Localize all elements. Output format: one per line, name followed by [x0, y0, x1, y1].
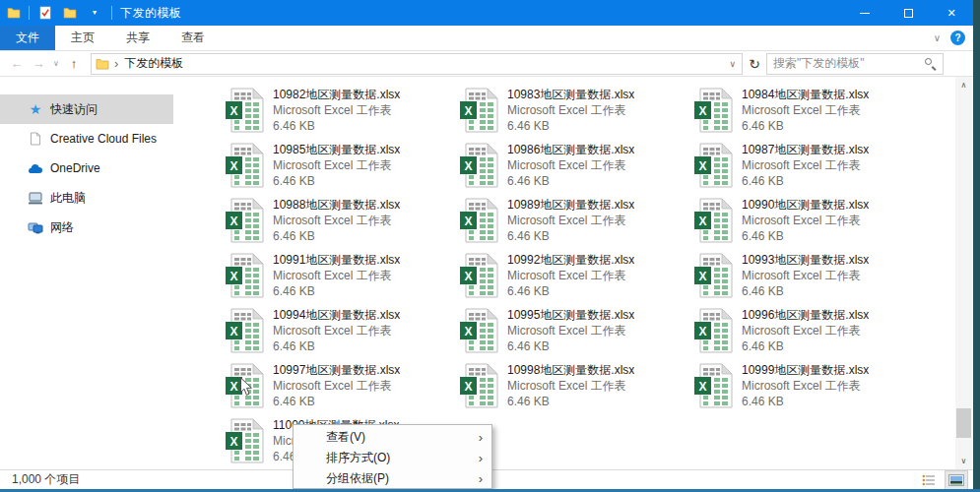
details-view-button[interactable] — [918, 471, 940, 489]
sidebar-item-network[interactable]: 网络 — [0, 213, 177, 242]
close-button[interactable]: ✕ — [930, 0, 973, 26]
file-item[interactable]: X 10982地区测量数据.xlsx Microsoft Excel 工作表 6… — [225, 87, 451, 142]
breadcrumb-folder-icon — [96, 58, 109, 70]
scroll-up-arrow[interactable]: ∧ — [955, 77, 972, 93]
address-box[interactable]: › 下发的模板 ∨ — [91, 53, 743, 75]
svg-text:X: X — [229, 435, 237, 449]
excel-file-icon: X — [693, 253, 733, 302]
excel-file-icon: X — [225, 418, 264, 467]
qat-new-folder-button[interactable] — [61, 3, 79, 23]
file-type: Microsoft Excel 工作表 — [273, 378, 400, 394]
back-button[interactable]: ← — [6, 56, 28, 71]
sidebar-item-label: Creative Cloud Files — [50, 132, 157, 146]
submenu-arrow-icon: › — [479, 452, 483, 464]
svg-text:X: X — [464, 325, 472, 338]
file-name: 10992地区测量数据.xlsx — [507, 252, 634, 268]
file-size: 6.46 KB — [742, 338, 869, 354]
refresh-button[interactable]: ↻ — [743, 56, 766, 72]
file-type: Microsoft Excel 工作表 — [507, 378, 634, 394]
recent-locations-chevron[interactable]: ∨ — [49, 59, 63, 68]
search-placeholder: 搜索"下发的模板" — [773, 55, 924, 72]
sidebar-item-onedrive[interactable]: OneDrive — [0, 154, 177, 183]
file-type: Microsoft Excel 工作表 — [507, 268, 634, 283]
up-button[interactable]: ↑ — [63, 56, 85, 71]
excel-file-icon: X — [459, 308, 498, 357]
scrollbar-thumb[interactable] — [956, 408, 971, 438]
file-item[interactable]: X 10996地区测量数据.xlsx Microsoft Excel 工作表 6… — [693, 307, 920, 362]
explorer-window: ▾ 下发的模板 ✕ 文件 主页 共享 查看 ∨ ? ← → ∨ ↑ › 下发的模… — [0, 0, 973, 489]
file-item[interactable]: X 10992地区测量数据.xlsx Microsoft Excel 工作表 6… — [459, 252, 686, 307]
file-type: Microsoft Excel 工作表 — [507, 213, 634, 228]
vertical-scrollbar[interactable]: ∧ ∨ — [955, 77, 972, 469]
file-size: 6.46 KB — [273, 338, 400, 354]
file-type: Microsoft Excel 工作表 — [742, 378, 869, 394]
file-name: 10993地区测量数据.xlsx — [742, 252, 869, 268]
file-item[interactable]: X 10984地区测量数据.xlsx Microsoft Excel 工作表 6… — [693, 87, 920, 142]
file-item[interactable]: X 10993地区测量数据.xlsx Microsoft Excel 工作表 6… — [693, 252, 920, 307]
submenu-arrow-icon: › — [479, 472, 483, 485]
titlebar-separator — [29, 6, 30, 20]
excel-file-icon: X — [459, 88, 498, 137]
file-list-pane: X 10982地区测量数据.xlsx Microsoft Excel 工作表 6… — [177, 77, 955, 469]
file-item[interactable]: X 10991地区测量数据.xlsx Microsoft Excel 工作表 6… — [225, 252, 451, 307]
tab-home[interactable]: 主页 — [55, 26, 110, 50]
file-item[interactable]: X 10987地区测量数据.xlsx Microsoft Excel 工作表 6… — [693, 142, 920, 197]
tab-share[interactable]: 共享 — [110, 26, 165, 50]
sidebar-item-quick-access[interactable]: ★ 快速访问 — [0, 94, 173, 124]
window-folder-icon — [7, 7, 21, 19]
search-input[interactable]: 搜索"下发的模板" — [766, 53, 944, 75]
context-menu-item[interactable]: 分组依据(P) › — [294, 468, 491, 489]
star-icon: ★ — [28, 101, 43, 117]
context-menu-item-label: 查看(V) — [326, 429, 365, 446]
file-item[interactable]: X 10983地区测量数据.xlsx Microsoft Excel 工作表 6… — [459, 87, 686, 142]
file-item[interactable]: X 10990地区测量数据.xlsx Microsoft Excel 工作表 6… — [693, 197, 920, 252]
file-item[interactable]: X 10998地区测量数据.xlsx Microsoft Excel 工作表 6… — [459, 362, 686, 417]
file-item[interactable]: X 10989地区测量数据.xlsx Microsoft Excel 工作表 6… — [459, 197, 686, 252]
svg-text:X: X — [698, 380, 706, 394]
qat-customize-chevron[interactable]: ▾ — [86, 3, 103, 23]
thumbnail-view-button[interactable] — [946, 471, 967, 489]
sidebar-item-creative-cloud-files[interactable]: Creative Cloud Files — [0, 124, 177, 154]
file-item[interactable]: X 10995地区测量数据.xlsx Microsoft Excel 工作表 6… — [459, 307, 686, 362]
file-size: 6.46 KB — [507, 118, 634, 134]
maximize-button[interactable] — [886, 0, 930, 26]
svg-text:X: X — [698, 270, 706, 283]
help-button[interactable]: ? — [950, 31, 965, 45]
file-name: 10989地区测量数据.xlsx — [507, 197, 634, 213]
forward-button[interactable]: → — [28, 56, 49, 71]
file-item[interactable]: X 10988地区测量数据.xlsx Microsoft Excel 工作表 6… — [225, 197, 451, 252]
file-item[interactable]: X 10985地区测量数据.xlsx Microsoft Excel 工作表 6… — [225, 142, 451, 197]
minimize-button[interactable] — [843, 0, 886, 26]
file-item[interactable]: X 10999地区测量数据.xlsx Microsoft Excel 工作表 6… — [693, 362, 920, 417]
address-dropdown-chevron[interactable]: ∨ — [729, 59, 738, 69]
sidebar-item-this-pc[interactable]: 此电脑 — [0, 183, 177, 213]
titlebar-separator — [111, 6, 112, 20]
breadcrumb-segment[interactable]: 下发的模板 — [124, 55, 183, 72]
file-size: 6.46 KB — [742, 173, 869, 189]
tab-view[interactable]: 查看 — [165, 26, 221, 50]
file-size: 6.46 KB — [507, 228, 634, 244]
submenu-arrow-icon: › — [479, 431, 483, 444]
svg-text:X: X — [464, 215, 472, 228]
document-icon — [28, 131, 43, 147]
svg-text:X: X — [464, 159, 472, 173]
context-menu-item[interactable]: 排序方式(O) › — [294, 448, 491, 468]
excel-file-icon: X — [693, 308, 733, 357]
qat-properties-button[interactable] — [36, 3, 54, 23]
file-item[interactable]: X 10994地区测量数据.xlsx Microsoft Excel 工作表 6… — [225, 307, 451, 362]
file-name: 10988地区测量数据.xlsx — [273, 197, 400, 213]
file-item[interactable]: X 10986地区测量数据.xlsx Microsoft Excel 工作表 6… — [459, 142, 686, 197]
file-size: 6.46 KB — [273, 118, 400, 134]
excel-file-icon: X — [225, 143, 264, 192]
excel-file-icon: X — [693, 88, 733, 137]
file-item[interactable]: X 10997地区测量数据.xlsx Microsoft Excel 工作表 6… — [225, 362, 451, 417]
file-name: 10986地区测量数据.xlsx — [507, 142, 634, 157]
file-type: Microsoft Excel 工作表 — [742, 102, 869, 118]
context-menu-item[interactable]: 查看(V) › — [294, 427, 491, 448]
file-name: 10987地区测量数据.xlsx — [742, 142, 869, 157]
file-name: 10990地区测量数据.xlsx — [742, 197, 869, 213]
ribbon-collapse-chevron[interactable]: ∨ — [934, 32, 941, 43]
scroll-down-arrow[interactable]: ∨ — [955, 453, 972, 469]
ribbon-tabs: 文件 主页 共享 查看 ∨ ? — [0, 26, 973, 51]
tab-file[interactable]: 文件 — [0, 26, 55, 50]
